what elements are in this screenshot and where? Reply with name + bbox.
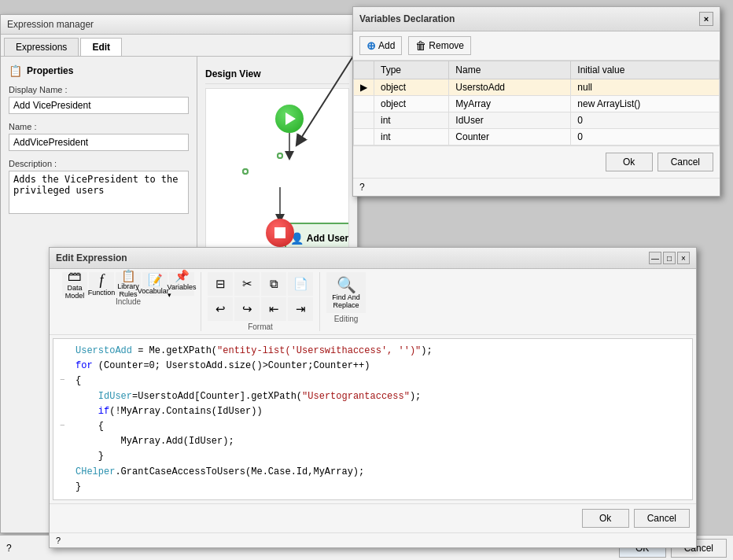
find-replace-icon: 🔍 bbox=[337, 275, 356, 294]
data-model-button[interactable]: 🗃 DataModel bbox=[62, 272, 87, 296]
edit-expr-title: Edit Expression bbox=[56, 252, 127, 263]
toolbar-editing-group: 🔍 Find AndReplace Editing bbox=[320, 272, 372, 331]
variable-row[interactable]: int IdUser 0 bbox=[354, 112, 720, 129]
add-variable-icon: ⊕ bbox=[366, 39, 376, 52]
variables-button[interactable]: 📌 Variables ▾ bbox=[169, 272, 194, 296]
edit-expr-help: ? bbox=[50, 532, 696, 547]
outdent-button[interactable]: ⇤ bbox=[261, 297, 286, 321]
redo-button[interactable]: ↪ bbox=[234, 297, 260, 321]
description-textarea[interactable]: Adds the VicePresident to the privileged… bbox=[9, 171, 189, 214]
row-type: object bbox=[374, 96, 449, 112]
paste-button[interactable]: 📄 bbox=[288, 272, 313, 296]
add-user-label: Add User bbox=[307, 233, 348, 244]
code-text: CHelper.GrantCaseAccessToUsers(Me.Case.I… bbox=[76, 465, 686, 480]
variables-label: Variables ▾ bbox=[168, 283, 197, 299]
code-text: MyArray.Add(IdUser); bbox=[76, 434, 686, 449]
edit-expression-dialog: Edit Expression — □ × 🗃 DataModel f Func… bbox=[49, 247, 697, 548]
expression-manager-title: Expression manager bbox=[1, 15, 357, 35]
copy-button[interactable]: ⧉ bbox=[261, 272, 286, 296]
row-name: IdUser bbox=[449, 112, 571, 129]
indent-button[interactable]: ⇥ bbox=[288, 297, 313, 321]
variables-toolbar: ⊕ Add 🗑 Remove bbox=[353, 31, 720, 61]
cut-button[interactable]: ✂ bbox=[234, 272, 260, 296]
variables-icon: 📌 bbox=[175, 269, 190, 283]
outdent-icon: ⇤ bbox=[269, 302, 279, 316]
row-initial-value: new ArrayList() bbox=[571, 96, 720, 112]
code-line: CHelper.GrantCaseAccessToUsers(Me.Case.I… bbox=[60, 465, 686, 480]
edit-expr-titlebar: Edit Expression — □ × bbox=[50, 248, 696, 269]
display-name-label: Display Name : bbox=[9, 85, 189, 94]
col-initial-value: Initial value bbox=[571, 61, 720, 79]
find-replace-button[interactable]: 🔍 Find AndReplace bbox=[326, 272, 366, 313]
variables-help: ? bbox=[353, 178, 720, 196]
row-indicator bbox=[354, 96, 374, 112]
paste-icon: 📄 bbox=[293, 277, 308, 291]
data-model-icon: 🗃 bbox=[68, 268, 82, 285]
play-node[interactable] bbox=[275, 105, 304, 133]
include-label: Include bbox=[116, 297, 141, 306]
format-items2: ↩ ↪ ⇤ ⇥ bbox=[208, 297, 313, 321]
tab-edit[interactable]: Edit bbox=[80, 38, 122, 56]
vocabulary-button[interactable]: 📝 Vocabulary bbox=[142, 272, 168, 296]
variables-dialog-close-button[interactable]: × bbox=[699, 12, 713, 26]
close-button[interactable]: × bbox=[677, 252, 690, 264]
cut-icon: ✂ bbox=[242, 277, 252, 291]
add-variable-button[interactable]: ⊕ Add bbox=[359, 36, 402, 55]
editing-items: 🔍 Find AndReplace bbox=[326, 272, 366, 313]
properties-icon: 📋 bbox=[9, 64, 22, 77]
edit-expr-help-icon[interactable]: ? bbox=[56, 536, 61, 545]
tab-expressions[interactable]: Expressions bbox=[4, 38, 79, 56]
code-line: if(!MyArray.Contains(IdUser)) bbox=[60, 404, 686, 419]
minimize-button[interactable]: — bbox=[649, 252, 661, 264]
undo-button[interactable]: ↩ bbox=[208, 297, 233, 321]
remove-variable-button[interactable]: 🗑 Remove bbox=[408, 36, 471, 55]
code-gutter: − bbox=[60, 374, 72, 388]
bottom-help-icon[interactable]: ? bbox=[6, 543, 12, 554]
maximize-button[interactable]: □ bbox=[663, 252, 676, 264]
row-indicator bbox=[354, 129, 374, 146]
play-icon bbox=[285, 112, 296, 125]
row-type: int bbox=[374, 129, 449, 146]
data-model-label: DataModel bbox=[65, 285, 85, 300]
indent-icon: ⇥ bbox=[296, 302, 306, 316]
display-name-input[interactable] bbox=[9, 97, 189, 114]
variables-dialog-titlebar: Variables Declaration × bbox=[353, 7, 720, 31]
toolbar-include-group: 🗃 DataModel f Function 📋 LibraryRules 📝 … bbox=[56, 272, 201, 331]
row-name: UserstoAdd bbox=[449, 79, 571, 96]
edit-expr-ok-button[interactable]: Ok bbox=[582, 509, 629, 528]
col-type: Type bbox=[374, 61, 449, 79]
find-replace-label: Find AndReplace bbox=[332, 294, 360, 310]
variable-row[interactable]: object MyArray new ArrayList() bbox=[354, 96, 720, 112]
redo-icon: ↪ bbox=[242, 302, 252, 316]
include-items: 🗃 DataModel f Function 📋 LibraryRules 📝 … bbox=[62, 272, 194, 296]
row-name: Counter bbox=[449, 129, 571, 146]
edit-expr-cancel-button[interactable]: Cancel bbox=[634, 509, 690, 528]
stop-node[interactable] bbox=[266, 219, 294, 247]
code-line: UserstoAdd = Me.getXPath("entity-list('U… bbox=[60, 344, 686, 359]
toolbar-format-group: ⊟ ✂ ⧉ 📄 ↩ ↪ ⇤ bbox=[201, 272, 320, 331]
insert-button[interactable]: ⊟ bbox=[208, 272, 233, 296]
function-button[interactable]: f Function bbox=[89, 272, 114, 296]
code-text: if(!MyArray.Contains(IdUser)) bbox=[76, 404, 686, 419]
stop-icon bbox=[274, 227, 285, 238]
code-line: MyArray.Add(IdUser); bbox=[60, 434, 686, 449]
code-line: − { bbox=[60, 419, 686, 434]
connector-bottom bbox=[277, 153, 283, 159]
code-line: −{ bbox=[60, 374, 686, 389]
variables-cancel-button[interactable]: Cancel bbox=[657, 153, 713, 171]
variables-help-icon[interactable]: ? bbox=[359, 182, 365, 193]
variable-row[interactable]: ▶ object UserstoAdd null bbox=[354, 79, 720, 96]
variable-row[interactable]: int Counter 0 bbox=[354, 129, 720, 146]
variables-table-container: Type Name Initial value ▶ object Usersto… bbox=[353, 61, 720, 146]
format-items: ⊟ ✂ ⧉ 📄 bbox=[208, 272, 313, 296]
connector-right bbox=[242, 168, 249, 175]
row-type: object bbox=[374, 79, 449, 96]
row-indicator bbox=[354, 112, 374, 129]
row-name: MyArray bbox=[449, 96, 571, 112]
code-editor[interactable]: UserstoAdd = Me.getXPath("entity-list('U… bbox=[53, 338, 693, 500]
edit-expr-toolbar: 🗃 DataModel f Function 📋 LibraryRules 📝 … bbox=[50, 269, 696, 335]
code-line: } bbox=[60, 480, 686, 495]
variables-ok-button[interactable]: Ok bbox=[606, 153, 653, 171]
name-input[interactable] bbox=[9, 134, 189, 151]
function-icon: f bbox=[99, 272, 103, 289]
